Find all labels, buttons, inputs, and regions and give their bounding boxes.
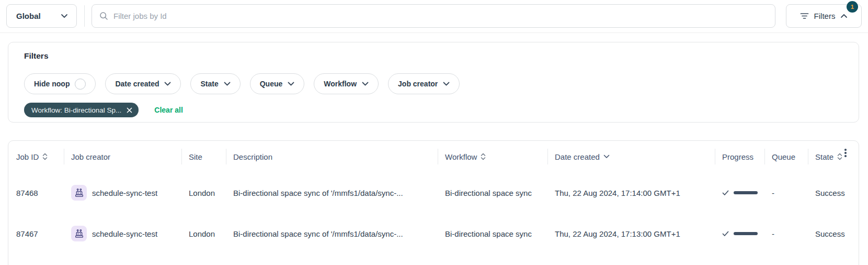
column-header-date-created[interactable]: Date created [555,141,722,172]
progress-bar [734,232,758,235]
description-cell: Bi-directional space sync of '/mmfs1/dat… [233,229,445,238]
column-header-job-id[interactable]: Job ID [16,141,71,172]
active-workflow-filter-tag[interactable]: Workflow: Bi-directional Sp... [24,103,139,117]
progress-cell [722,231,772,237]
site-cell: London [189,229,233,238]
chevron-down-icon [61,14,68,18]
description-header-label: Description [233,152,272,161]
topbar-underline [0,32,868,33]
chevron-down-icon [288,82,294,86]
chevron-up-icon [840,14,848,18]
job-creator-header-label: Job creator [71,152,110,161]
top-bar: Global Filters 1 [0,0,868,32]
column-header-workflow[interactable]: Workflow [445,141,555,172]
filter-chip-workflow[interactable]: Workflow [314,73,379,94]
column-header-state[interactable]: State [815,141,859,172]
close-icon[interactable] [127,107,132,113]
state-chip-label: State [200,80,218,88]
job-creator-cell: schedule-sync-test [71,185,189,201]
chevron-down-icon [164,82,171,86]
state-header-label: State [815,152,833,161]
filter-chip-hide-noop[interactable]: Hide noop [24,73,96,94]
job-id-cell: 87468 [16,189,71,197]
sort-desc-icon [603,154,610,159]
filters-panel-title: Filters [24,51,49,61]
description-cell: Bi-directional space sync of '/mmfs1/dat… [233,189,445,197]
topbar-divider [84,5,85,27]
sort-icon [837,152,842,161]
workflow-cell: Bi-directional space sync [445,189,555,197]
date-created-cell: Thu, 22 Aug 2024, 17:14:00 GMT+1 [555,189,722,197]
queue-cell: - [772,229,815,238]
filters-button-label: Filters [814,12,836,20]
table-header-row: Job ID Job creator Site Description Work… [8,141,859,172]
queue-cell: - [772,189,815,197]
filter-chips-row: Hide noop Date created State Queue Workf… [24,73,460,94]
sort-icon [481,152,486,161]
workflow-header-label: Workflow [445,152,477,161]
robot-avatar-icon [71,185,87,201]
chevron-down-icon [224,82,231,86]
state-cell: Success [815,229,859,238]
job-creator-cell: schedule-sync-test [71,226,189,241]
job-creator-name: schedule-sync-test [92,189,157,197]
filters-panel: Filters Hide noop Date created State Que… [8,42,859,123]
active-filters-row: Workflow: Bi-directional Sp... Clear all [24,103,183,117]
filter-icon [800,13,809,19]
scope-selector[interactable]: Global [6,4,77,28]
filter-chip-job-creator[interactable]: Job creator [388,73,460,94]
date-created-header-label: Date created [555,152,600,161]
filter-chip-date-created[interactable]: Date created [105,73,181,94]
filter-chip-queue[interactable]: Queue [250,73,305,94]
job-creator-chip-label: Job creator [398,80,438,88]
hide-noop-label: Hide noop [34,80,70,88]
active-filter-tag-label: Workflow: Bi-directional Sp... [31,106,121,114]
search-input[interactable] [113,12,768,20]
workflow-cell: Bi-directional space sync [445,229,555,238]
site-cell: London [189,189,233,197]
queue-chip-label: Queue [260,80,283,88]
active-filters-count-badge: 1 [847,1,858,13]
job-search [92,4,775,28]
queue-header-label: Queue [772,152,795,161]
progress-bar [734,191,758,194]
search-icon [99,12,108,20]
column-header-description: Description [233,141,445,172]
site-header-label: Site [189,152,202,161]
job-creator-name: schedule-sync-test [92,229,157,238]
table-row[interactable]: 87468 schedule-sync-test London Bi-direc… [8,172,859,213]
filter-chip-state[interactable]: State [190,73,240,94]
check-icon [722,231,729,237]
check-icon [722,190,729,196]
job-id-header-label: Job ID [16,152,39,161]
scope-selector-value: Global [16,12,41,20]
job-id-cell: 87467 [16,229,71,238]
table-row[interactable]: 87467 schedule-sync-test London Bi-direc… [8,213,859,254]
date-created-cell: Thu, 22 Aug 2024, 17:13:00 GMT+1 [555,229,722,238]
hide-noop-toggle[interactable] [75,79,86,90]
robot-avatar-icon [71,226,87,241]
column-header-queue: Queue [772,141,815,172]
workflow-chip-label: Workflow [324,80,357,88]
clear-all-filters-link[interactable]: Clear all [154,106,182,114]
chevron-down-icon [362,82,369,86]
column-header-job-creator: Job creator [71,141,189,172]
column-header-site: Site [189,141,233,172]
sort-icon [42,152,48,161]
date-created-chip-label: Date created [115,80,159,88]
jobs-table: Job ID Job creator Site Description Work… [8,140,859,265]
chevron-down-icon [443,82,450,86]
progress-header-label: Progress [722,152,753,161]
state-cell: Success [815,189,859,197]
progress-cell [722,190,772,196]
